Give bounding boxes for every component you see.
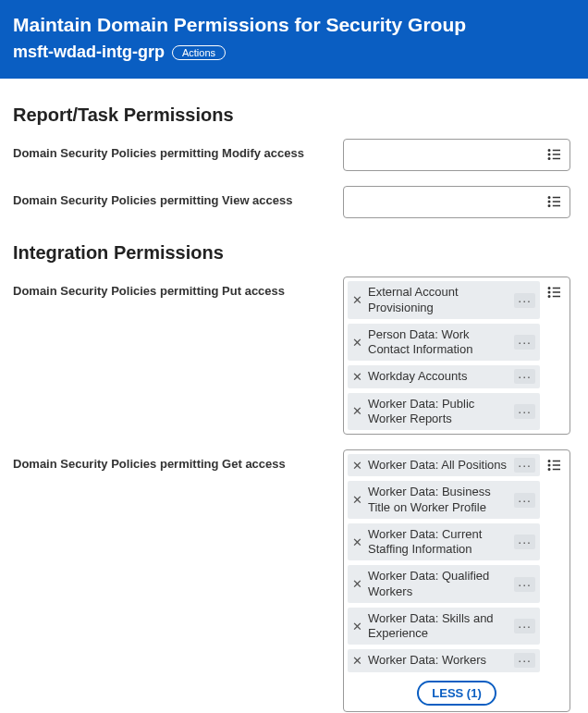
remove-icon[interactable]: ✕ [352, 337, 362, 349]
svg-point-14 [548, 292, 550, 294]
selected-item-pill: ✕External Account Provisioning··· [348, 281, 540, 319]
list-icon[interactable] [546, 146, 563, 163]
svg-point-8 [548, 202, 550, 203]
pill-label: Worker Data: Skills and Experience [368, 611, 508, 642]
svg-point-20 [548, 464, 550, 466]
selected-item-pill: ✕Worker Data: Current Staffing Informati… [348, 523, 540, 561]
more-icon[interactable]: ··· [514, 458, 535, 473]
svg-point-12 [548, 288, 550, 289]
remove-icon[interactable]: ✕ [352, 578, 362, 590]
field-input-put[interactable]: ✕External Account Provisioning···✕Person… [343, 277, 570, 435]
svg-point-16 [548, 296, 550, 298]
remove-icon[interactable]: ✕ [352, 371, 362, 383]
selected-item-pill: ✕Worker Data: Qualified Workers··· [348, 565, 540, 603]
field-label-get: Domain Security Policies permitting Get … [13, 449, 332, 471]
svg-point-10 [548, 205, 550, 207]
remove-icon[interactable]: ✕ [352, 536, 362, 548]
more-icon[interactable]: ··· [514, 493, 535, 508]
page-subtitle: msft-wdad-intg-grp [13, 43, 165, 62]
field-input-get[interactable]: ✕Worker Data: All Positions···✕Worker Da… [343, 449, 570, 712]
more-icon[interactable]: ··· [514, 577, 535, 592]
selected-item-pill: ✕Person Data: Work Contact Information··… [348, 324, 540, 362]
field-modify-access: Domain Security Policies permitting Modi… [13, 139, 575, 171]
more-icon[interactable]: ··· [514, 404, 535, 419]
pill-label: Person Data: Work Contact Information [368, 327, 508, 358]
svg-point-2 [548, 154, 550, 156]
pill-label: Worker Data: Current Staffing Informatio… [368, 527, 508, 558]
field-label-view: Domain Security Policies permitting View… [13, 186, 332, 207]
pill-label: Worker Data: All Positions [368, 458, 508, 473]
remove-icon[interactable]: ✕ [352, 294, 362, 306]
selected-item-pill: ✕Worker Data: Public Worker Reports··· [348, 393, 540, 431]
svg-point-6 [548, 197, 550, 199]
field-input-modify[interactable] [343, 139, 570, 171]
selected-item-pill: ✕Worker Data: Skills and Experience··· [348, 608, 540, 645]
pill-label: Worker Data: Qualified Workers [368, 569, 508, 599]
remove-icon[interactable]: ✕ [352, 621, 362, 633]
field-put-access: Domain Security Policies permitting Put … [13, 277, 575, 435]
page-header: Maintain Domain Permissions for Security… [0, 0, 588, 79]
field-label-put: Domain Security Policies permitting Put … [13, 277, 332, 298]
more-icon[interactable]: ··· [514, 369, 535, 384]
remove-icon[interactable]: ✕ [352, 494, 362, 506]
page-title: Maintain Domain Permissions for Security… [13, 13, 531, 37]
more-icon[interactable]: ··· [514, 619, 535, 633]
selected-item-pill: ✕Worker Data: Workers··· [348, 649, 540, 671]
pill-label: Worker Data: Public Worker Reports [368, 397, 508, 427]
section-title-integration: Integration Permissions [13, 242, 575, 264]
svg-point-18 [548, 461, 550, 462]
less-button[interactable]: LESS (1) [417, 681, 496, 706]
pill-label: Worker Data: Workers [368, 653, 508, 668]
remove-icon[interactable]: ✕ [352, 460, 362, 472]
pill-label: External Account Provisioning [368, 285, 508, 315]
field-input-view[interactable] [343, 186, 570, 218]
selected-item-pill: ✕Worker Data: Business Title on Worker P… [348, 481, 540, 519]
less-button-wrap: LESS (1) [348, 681, 566, 706]
svg-point-0 [548, 150, 550, 152]
svg-point-4 [548, 158, 550, 160]
selected-item-pill: ✕Worker Data: All Positions··· [348, 454, 540, 476]
svg-point-22 [548, 469, 550, 471]
subtitle-row: msft-wdad-intg-grp Actions [13, 43, 575, 62]
field-get-access: Domain Security Policies permitting Get … [13, 449, 575, 712]
more-icon[interactable]: ··· [514, 293, 535, 308]
content-area: Report/Task Permissions Domain Security … [0, 79, 588, 713]
actions-button[interactable]: Actions [172, 45, 226, 60]
list-icon[interactable] [546, 457, 563, 473]
remove-icon[interactable]: ✕ [352, 405, 362, 417]
list-icon[interactable] [546, 284, 563, 301]
more-icon[interactable]: ··· [514, 335, 535, 350]
field-label-modify: Domain Security Policies permitting Modi… [13, 139, 332, 160]
remove-icon[interactable]: ✕ [352, 655, 362, 667]
more-icon[interactable]: ··· [514, 653, 535, 668]
list-icon[interactable] [546, 193, 563, 210]
more-icon[interactable]: ··· [514, 535, 535, 549]
section-title-report-task: Report/Task Permissions [13, 104, 575, 126]
pill-label: Workday Accounts [368, 369, 508, 384]
selected-item-pill: ✕Workday Accounts··· [348, 365, 540, 387]
field-view-access: Domain Security Policies permitting View… [13, 186, 575, 218]
pill-label: Worker Data: Business Title on Worker Pr… [368, 485, 508, 515]
